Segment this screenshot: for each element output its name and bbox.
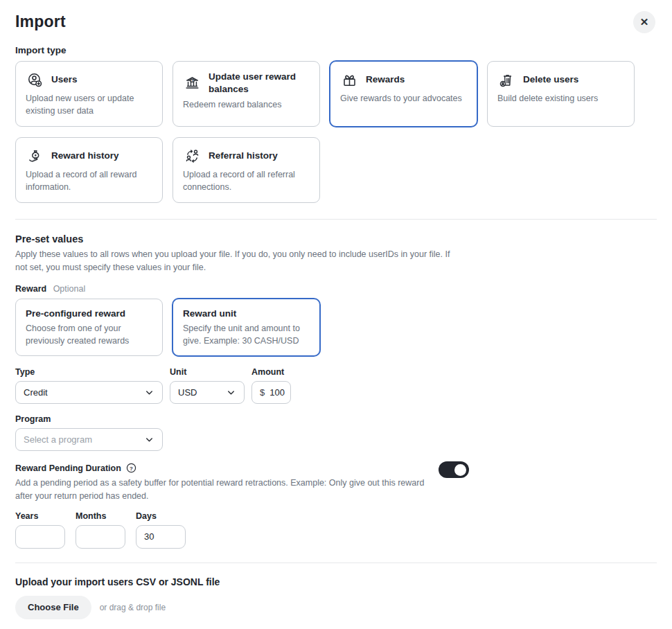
import-card-reward-history[interactable]: Reward history Upload a record of all re…	[15, 137, 163, 203]
import-type-label: Import type	[15, 45, 657, 55]
user-add-icon	[26, 71, 44, 89]
card-title: Referral history	[209, 150, 278, 162]
card-title: Delete users	[523, 73, 578, 86]
preset-description: Apply these values to all rows when you …	[15, 248, 464, 275]
section-divider	[15, 562, 657, 563]
chevron-down-icon	[144, 434, 154, 445]
card-title: Update user reward balances	[209, 71, 310, 95]
years-label: Years	[15, 511, 65, 521]
type-select[interactable]: Credit	[15, 381, 163, 404]
choose-file-button[interactable]: Choose File	[15, 596, 91, 619]
type-label: Type	[15, 367, 163, 377]
pending-duration-description: Add a pending period as a safety buffer …	[15, 477, 428, 503]
referral-cycle-icon	[183, 147, 201, 165]
reward-optional-label: Optional	[53, 284, 86, 294]
chevron-down-icon	[144, 387, 154, 398]
upload-title: Upload your import users CSV or JSONL fi…	[15, 576, 657, 587]
card-description: Build delete existing users	[497, 93, 624, 105]
pending-duration-label: Reward Pending Duration	[15, 463, 121, 473]
years-input[interactable]	[15, 525, 65, 549]
drag-drop-hint: or drag & drop file	[100, 603, 166, 612]
unit-label: Unit	[170, 367, 245, 377]
pending-duration-section: Reward Pending Duration ? Add a pending …	[15, 463, 657, 549]
program-label: Program	[15, 414, 657, 424]
card-description: Upload a record of all reward informatio…	[26, 169, 152, 193]
card-description: Choose from one of your previously creat…	[26, 323, 152, 347]
money-bag-hand-icon	[26, 147, 44, 165]
unit-select-value: USD	[178, 387, 197, 398]
card-description: Specify the unit and amount to give. Exa…	[183, 323, 310, 347]
months-input[interactable]	[76, 525, 125, 549]
bank-icon: $	[183, 74, 201, 92]
close-button[interactable]: ✕	[633, 11, 655, 33]
import-type-cards: Users Upload new users or update existin…	[15, 61, 657, 203]
pending-duration-toggle[interactable]	[439, 461, 469, 478]
card-title: Reward unit	[183, 308, 310, 320]
import-card-update-balances[interactable]: $ Update user reward balances Redeem rew…	[173, 61, 320, 127]
page-title: Import	[15, 12, 66, 31]
type-select-value: Credit	[24, 387, 48, 398]
gift-icon	[340, 71, 358, 89]
reward-type-cards: Pre-configured reward Choose from one of…	[15, 299, 657, 357]
reward-unit-form-row: Type Credit Unit USD Amount $ 100	[15, 367, 657, 404]
preset-title: Pre-set values	[15, 233, 657, 245]
toggle-knob	[454, 464, 466, 476]
help-icon[interactable]: ?	[126, 463, 136, 473]
program-placeholder: Select a program	[24, 434, 92, 445]
card-description: Upload a record of all referral connecti…	[183, 169, 310, 193]
import-card-rewards[interactable]: Rewards Give rewards to your advocates	[330, 61, 477, 127]
dialog-header: Import ✕	[15, 12, 657, 33]
delete-user-icon	[497, 71, 515, 89]
svg-text:?: ?	[130, 466, 133, 472]
currency-prefix: $	[260, 387, 265, 398]
import-card-users[interactable]: Users Upload new users or update existin…	[15, 61, 163, 127]
card-title: Pre-configured reward	[26, 308, 152, 320]
reward-label-row: Reward Optional	[15, 284, 657, 294]
months-label: Months	[76, 511, 125, 521]
import-card-referral-history[interactable]: Referral history Upload a record of all …	[173, 137, 320, 203]
import-dialog: Import ✕ Import type Users Upload new us…	[0, 0, 672, 629]
amount-value: 100	[269, 387, 285, 398]
program-select[interactable]: Select a program	[15, 428, 163, 451]
amount-input[interactable]: $ 100	[251, 381, 291, 404]
card-title: Rewards	[366, 73, 405, 86]
card-description: Redeem reward balances	[183, 99, 310, 112]
card-preconfigured-reward[interactable]: Pre-configured reward Choose from one of…	[15, 299, 163, 357]
card-title: Users	[51, 73, 78, 86]
section-divider	[15, 219, 657, 220]
close-icon: ✕	[640, 16, 649, 28]
unit-select[interactable]: USD	[170, 381, 245, 404]
card-title: Reward history	[51, 150, 119, 162]
import-card-delete-users[interactable]: Delete users Build delete existing users	[487, 61, 635, 127]
days-input[interactable]	[136, 525, 186, 549]
amount-label: Amount	[251, 367, 291, 377]
chevron-down-icon	[226, 387, 236, 398]
card-description: Upload new users or update existing user…	[26, 93, 152, 117]
days-label: Days	[136, 511, 186, 521]
reward-label: Reward	[15, 284, 46, 294]
card-description: Give rewards to your advocates	[340, 93, 467, 105]
card-reward-unit[interactable]: Reward unit Specify the unit and amount …	[173, 299, 320, 357]
